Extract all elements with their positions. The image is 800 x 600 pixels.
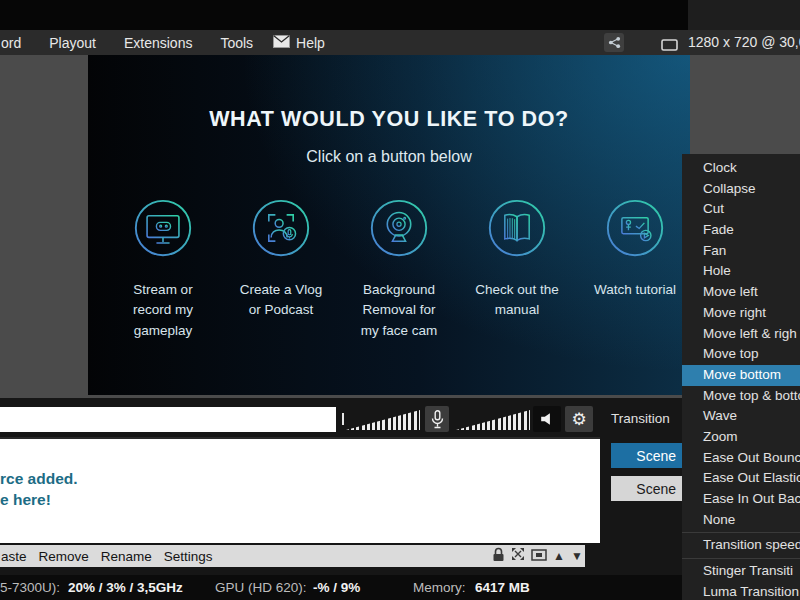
menu-item-extensions[interactable]: Extensions: [110, 35, 206, 51]
welcome-actions: Stream or record my gameplay: [88, 198, 690, 341]
menu-item-transition-speed[interactable]: Transition speed: [682, 535, 800, 556]
action-create-vlog[interactable]: Create a Vlog or Podcast: [226, 198, 336, 341]
menu-item-cut[interactable]: Cut: [682, 199, 800, 220]
welcome-title: WHAT WOULD YOU LIKE TO DO?: [88, 107, 690, 132]
menu-item-help[interactable]: Help: [267, 35, 331, 51]
menu-item-stinger-transition[interactable]: Stinger Transiti: [682, 561, 800, 582]
action-label: Watch tutorial: [580, 280, 690, 300]
open-book-icon: [487, 198, 547, 258]
workspace-background: WHAT WOULD YOU LIKE TO DO? Click on a bu…: [0, 55, 800, 398]
memory-value: 6417 MB: [475, 580, 530, 595]
lock-icon[interactable]: [492, 547, 505, 566]
toolbar-remove[interactable]: Remove: [33, 549, 95, 564]
menu-item-hole[interactable]: Hole: [682, 261, 800, 282]
bottom-panel: ⚙ Transition Scene Scene rce added. e he…: [0, 398, 800, 600]
source-toolbar-icons: ▲ ▼: [492, 547, 583, 565]
menu-item-record[interactable]: ord: [0, 35, 35, 51]
toolbar-paste[interactable]: aste: [0, 549, 33, 564]
menu-item-clock[interactable]: Clock: [682, 158, 800, 179]
source-hint-line2: e here!: [0, 491, 51, 509]
share-icon: [608, 36, 621, 49]
menu-item-move-top[interactable]: Move top: [682, 344, 800, 365]
cpu-label: 5-7300U):: [0, 580, 60, 595]
action-label: Check out the manual: [462, 280, 572, 321]
action-stream-gameplay[interactable]: Stream or record my gameplay: [108, 198, 218, 341]
menu-item-zoom[interactable]: Zoom: [682, 427, 800, 448]
speaker-icon: [539, 411, 555, 427]
audio-settings-button[interactable]: ⚙: [565, 406, 593, 432]
action-label: Create a Vlog or Podcast: [226, 280, 336, 321]
pip-icon[interactable]: [531, 547, 547, 565]
transition-context-menu: Clock Collapse Cut Fade Fan Hole Move le…: [682, 154, 800, 600]
fullscreen-icon[interactable]: [511, 547, 525, 565]
window-titlebar: [0, 0, 800, 30]
envelope-icon: [273, 35, 290, 51]
menu-separator: [682, 532, 800, 533]
toolbar-rename[interactable]: Rename: [95, 549, 158, 564]
action-manual[interactable]: Check out the manual: [462, 198, 572, 341]
welcome-subtitle: Click on a button below: [88, 148, 690, 166]
titlebar-right-segment: [688, 0, 800, 30]
share-button[interactable]: [604, 33, 624, 52]
menu-item-move-top-bottom[interactable]: Move top & botto: [682, 386, 800, 407]
cpu-value: 20% / 3% / 3,5GHz: [68, 580, 183, 595]
scene-button-idle[interactable]: Scene: [611, 476, 684, 501]
volume-tick: [342, 413, 344, 425]
menu-item-fan[interactable]: Fan: [682, 241, 800, 262]
toolbar-settings[interactable]: Settings: [158, 549, 219, 564]
menu-item-tools[interactable]: Tools: [206, 35, 267, 51]
stage-canvas: WHAT WOULD YOU LIKE TO DO? Click on a bu…: [88, 55, 690, 395]
action-background-removal[interactable]: Background Removal for my face cam: [344, 198, 454, 341]
menu-item-collapse[interactable]: Collapse: [682, 179, 800, 200]
tutorial-play-icon: [605, 198, 665, 258]
speaker-button[interactable]: [533, 406, 561, 432]
menu-item-luma-transition[interactable]: Luma Transition: [682, 582, 800, 600]
menu-item-ease-out-elastic[interactable]: Ease Out Elastic: [682, 468, 800, 489]
memory-label: Memory:: [413, 580, 466, 595]
vlog-person-mic-icon: [251, 198, 311, 258]
display-icon: [661, 37, 678, 55]
scene-button-active[interactable]: Scene: [611, 443, 684, 468]
source-list-panel[interactable]: rce added. e here!: [0, 437, 600, 543]
gpu-value: -% / 9%: [313, 580, 360, 595]
gpu-label: GPU (HD 620):: [215, 580, 307, 595]
menu-item-move-bottom[interactable]: Move bottom: [682, 365, 800, 386]
menu-item-move-right[interactable]: Move right: [682, 303, 800, 324]
menu-item-move-left-right[interactable]: Move left & righ: [682, 324, 800, 345]
source-hint-line1: rce added.: [0, 470, 78, 488]
menu-item-move-left[interactable]: Move left: [682, 282, 800, 303]
menu-bar: ord Playout Extensions Tools Help: [0, 30, 800, 55]
menu-item-ease-out-bounce[interactable]: Ease Out Bounc: [682, 448, 800, 469]
menu-separator: [682, 558, 800, 559]
status-bar: 5-7300U): 20% / 3% / 3,5GHz GPU (HD 620)…: [0, 575, 800, 600]
move-up-icon[interactable]: ▲: [553, 550, 565, 562]
action-label: Background Removal for my face cam: [344, 280, 454, 341]
menu-item-wave[interactable]: Wave: [682, 406, 800, 427]
menu-item-none[interactable]: None: [682, 510, 800, 531]
webcam-icon: [369, 198, 429, 258]
menu-item-playout[interactable]: Playout: [35, 35, 110, 51]
speaker-volume-slider[interactable]: [456, 410, 530, 430]
transition-panel-label: Transition: [611, 411, 670, 426]
gear-icon: ⚙: [571, 411, 586, 428]
output-resolution[interactable]: 1280 x 720 @ 30,0: [688, 34, 800, 50]
action-watch-tutorial[interactable]: Watch tutorial: [580, 198, 690, 341]
move-down-icon[interactable]: ▼: [571, 550, 583, 562]
gameplay-monitor-icon: [133, 198, 193, 258]
menu-item-ease-in-out-back[interactable]: Ease In Out Bac: [682, 489, 800, 510]
white-track-box[interactable]: [0, 407, 336, 432]
microphone-button[interactable]: [425, 406, 449, 432]
action-label: Stream or record my gameplay: [108, 280, 218, 341]
mic-volume-slider[interactable]: [346, 410, 420, 430]
menu-item-fade[interactable]: Fade: [682, 220, 800, 241]
microphone-icon: [431, 410, 444, 429]
